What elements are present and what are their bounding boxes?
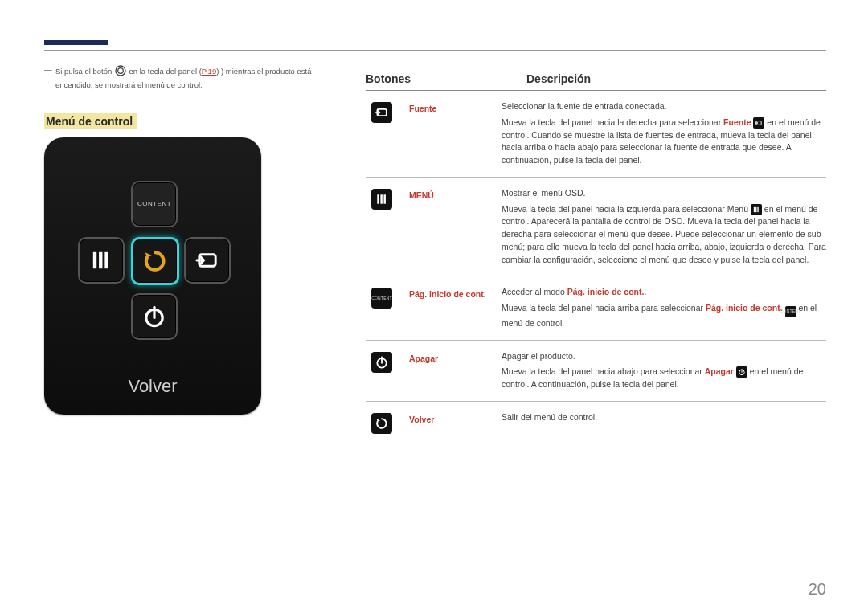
intro-note: ― Si pulsa el botón en la tecla del pane… bbox=[44, 64, 334, 91]
menu-icon bbox=[371, 189, 392, 210]
power-icon bbox=[371, 352, 392, 373]
source-icon bbox=[371, 102, 392, 123]
power-icon bbox=[141, 304, 167, 329]
return-icon bbox=[141, 247, 169, 275]
page-ref-link[interactable]: P.19 bbox=[202, 67, 216, 76]
source-icon bbox=[194, 247, 220, 273]
table-row: MENÚMostrar el menú OSD.Mueva la tecla d… bbox=[366, 178, 826, 277]
button-description: Apagar el producto.Mueva la tecla del pa… bbox=[502, 350, 826, 391]
content-icon: CONTENT bbox=[785, 306, 796, 317]
button-description: Acceder al modo Pág. inicio de cont..Mue… bbox=[502, 286, 826, 329]
power-icon bbox=[736, 366, 747, 378]
table-row: FuenteSeleccionar la fuente de entrada c… bbox=[366, 91, 826, 178]
buttons-table: Botones Descripción FuenteSeleccionar la… bbox=[366, 72, 826, 443]
button-description: Mostrar el menú OSD.Mueva la tecla del p… bbox=[502, 187, 826, 267]
button-description: Salir del menú de control. bbox=[502, 411, 826, 434]
control-menu-heading: Menú de control bbox=[44, 113, 137, 129]
source-button[interactable] bbox=[184, 237, 231, 284]
header-accent bbox=[44, 40, 108, 45]
control-menu-panel: CONTENT Volver bbox=[44, 137, 261, 415]
content-icon: CONTENT bbox=[137, 200, 171, 207]
power-ring-icon bbox=[114, 64, 127, 80]
content-button[interactable]: CONTENT bbox=[131, 181, 178, 227]
button-label: Fuente bbox=[398, 100, 502, 167]
button-label: MENÚ bbox=[398, 187, 502, 267]
menu-button[interactable] bbox=[78, 237, 125, 284]
table-row: VolverSalir del menú de control. bbox=[366, 402, 826, 443]
panel-caption: Volver bbox=[44, 376, 261, 397]
page-number: 20 bbox=[809, 580, 826, 599]
header-rule bbox=[44, 50, 826, 51]
button-label: Volver bbox=[398, 411, 502, 434]
table-header: Botones Descripción bbox=[366, 72, 826, 91]
table-row: ApagarApagar el producto.Mueva la tecla … bbox=[366, 341, 826, 402]
source-icon bbox=[753, 117, 764, 129]
button-label: Apagar bbox=[398, 350, 502, 391]
menu-icon bbox=[751, 204, 762, 215]
button-description: Seleccionar la fuente de entrada conecta… bbox=[502, 100, 826, 167]
menu-icon bbox=[88, 247, 114, 273]
table-row: CONTENTPág. inicio de cont.Acceder al mo… bbox=[366, 276, 826, 340]
content-icon: CONTENT bbox=[371, 288, 392, 309]
col-description: Descripción bbox=[526, 72, 826, 85]
return-icon bbox=[371, 413, 392, 434]
power-button[interactable] bbox=[131, 293, 178, 340]
col-buttons: Botones bbox=[366, 72, 526, 85]
button-label: Pág. inicio de cont. bbox=[398, 286, 502, 329]
return-button[interactable] bbox=[131, 237, 179, 285]
